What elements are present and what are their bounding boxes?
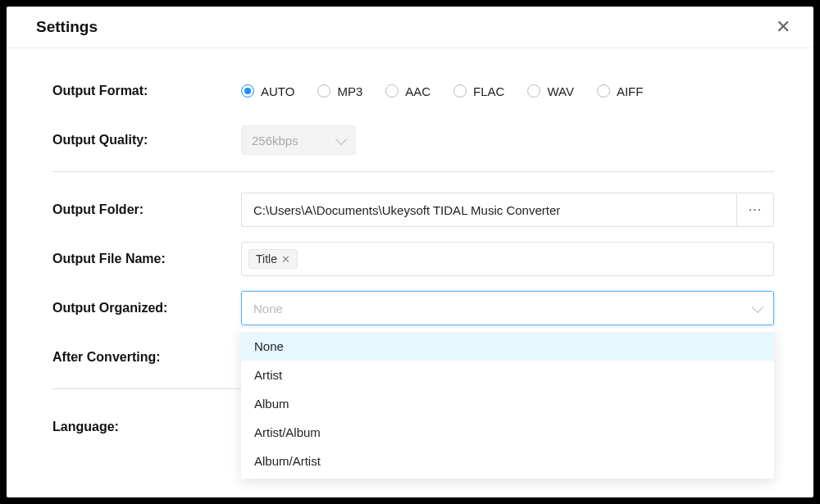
browse-folder-button[interactable]: ···	[736, 193, 774, 227]
radio-label: FLAC	[473, 84, 504, 98]
format-radio-flac[interactable]: FLAC	[453, 84, 504, 98]
radio-icon	[317, 84, 330, 98]
radio-icon	[597, 84, 610, 98]
organized-option[interactable]: Album/Artist	[241, 447, 774, 475]
output-quality-label: Output Quality:	[52, 133, 241, 148]
radio-icon	[527, 84, 540, 98]
radio-icon	[385, 84, 399, 98]
format-radio-aiff[interactable]: AIFF	[597, 84, 644, 98]
output-folder-label: Output Folder:	[52, 202, 241, 217]
output-filename-row: Output File Name: Title ✕	[52, 241, 774, 277]
after-converting-label: After Converting:	[52, 350, 241, 365]
organized-select[interactable]: None	[241, 291, 774, 325]
organized-option[interactable]: Album	[241, 389, 774, 418]
chevron-down-icon	[335, 133, 347, 144]
divider	[52, 171, 774, 172]
output-quality-row: Output Quality: 256kbps	[52, 122, 774, 158]
language-label: Language:	[52, 420, 241, 434]
output-format-row: Output Format: AUTOMP3AACFLACWAVAIFF	[52, 73, 774, 109]
format-radio-auto[interactable]: AUTO	[241, 84, 294, 98]
organized-option[interactable]: Artist/Album	[241, 418, 774, 447]
remove-tag-icon[interactable]: ✕	[281, 253, 290, 266]
close-icon[interactable]: ✕	[776, 18, 790, 36]
format-radio-mp3[interactable]: MP3	[317, 84, 362, 98]
organized-dropdown[interactable]: NoneArtistAlbumArtist/AlbumAlbum/Artist	[241, 329, 774, 479]
output-organized-label: Output Organized:	[52, 301, 241, 316]
radio-label: WAV	[547, 84, 574, 98]
radio-label: MP3	[337, 84, 362, 98]
quality-select[interactable]: 256kbps	[241, 125, 356, 155]
output-organized-row: Output Organized: None	[52, 290, 774, 326]
organized-option[interactable]: None	[241, 332, 774, 361]
filename-field[interactable]: Title ✕	[241, 242, 774, 276]
radio-icon	[241, 84, 254, 98]
format-radio-group: AUTOMP3AACFLACWAVAIFF	[241, 84, 774, 98]
output-format-label: Output Format:	[52, 84, 241, 98]
chevron-down-icon	[752, 301, 763, 312]
settings-modal: Settings ✕ Output Format: AUTOMP3AACFLAC…	[7, 7, 813, 497]
output-filename-label: Output File Name:	[52, 252, 241, 266]
organized-option[interactable]: Artist	[241, 361, 774, 389]
format-radio-aac[interactable]: AAC	[385, 84, 430, 98]
quality-value: 256kbps	[252, 134, 298, 148]
filename-tag-title[interactable]: Title ✕	[248, 249, 298, 269]
output-folder-input[interactable]	[241, 193, 736, 227]
output-folder-row: Output Folder: ···	[52, 192, 774, 228]
modal-header: Settings ✕	[7, 7, 813, 48]
radio-label: AUTO	[261, 84, 294, 98]
format-radio-wav[interactable]: WAV	[527, 84, 574, 98]
organized-placeholder: None	[253, 302, 283, 316]
radio-label: AIFF	[617, 84, 644, 98]
modal-title: Settings	[36, 18, 98, 36]
tag-label: Title	[256, 252, 277, 266]
modal-body: Output Format: AUTOMP3AACFLACWAVAIFF Out…	[7, 48, 813, 445]
radio-icon	[453, 84, 467, 98]
radio-label: AAC	[405, 84, 430, 98]
